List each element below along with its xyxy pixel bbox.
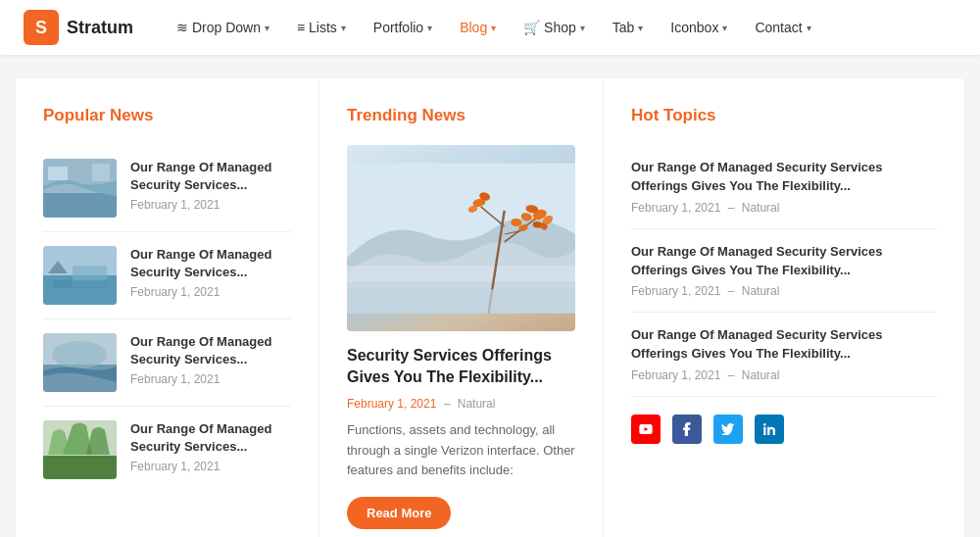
hot-topic-date-2: February 1, 2021 <box>631 284 720 298</box>
nav-item-iconbox[interactable]: Iconbox ▾ <box>659 12 739 43</box>
hot-topic-cat-2: Natural <box>742 284 780 298</box>
trending-news-column: Trending News <box>319 78 604 537</box>
popular-news-info-1: Our Range Of Managed Security Services..… <box>130 159 291 218</box>
popular-news-column: Popular News Our Range Of Ma <box>16 78 319 537</box>
hot-topic-sep-1: – <box>728 201 735 215</box>
hot-topic-item-2: Our Range Of Managed Security Services O… <box>631 229 937 314</box>
svg-rect-30 <box>347 289 575 313</box>
nav-item-portfolio[interactable]: Portfolio ▾ <box>362 12 444 43</box>
popular-news-info-4: Our Range Of Managed Security Services..… <box>130 420 291 479</box>
hot-topic-date-1: February 1, 2021 <box>631 201 720 215</box>
popular-news-title: Popular News <box>43 106 291 125</box>
popular-thumb-2 <box>43 246 117 305</box>
hot-topic-item-1: Our Range Of Managed Security Services O… <box>631 145 937 229</box>
nav-contact-chevron: ▾ <box>807 23 811 33</box>
trending-meta: February 1, 2021 – Natural <box>347 397 575 411</box>
nav-item-contact[interactable]: Contact ▾ <box>743 12 822 43</box>
popular-news-item-2: Our Range Of Managed Security Services..… <box>43 232 291 319</box>
nav-item-dropdown[interactable]: ≋ Drop Down ▾ <box>165 12 281 43</box>
popular-news-date-1: February 1, 2021 <box>130 198 291 212</box>
hot-topics-column: Hot Topics Our Range Of Managed Security… <box>604 78 964 537</box>
nav-dropdown-chevron: ▾ <box>265 23 270 33</box>
popular-news-title-2[interactable]: Our Range Of Managed Security Services..… <box>130 246 291 281</box>
page-content: Popular News Our Range Of Ma <box>0 55 980 537</box>
logo-icon: S <box>24 10 59 45</box>
hot-topic-meta-1: February 1, 2021 – Natural <box>631 201 937 215</box>
hot-topics-title: Hot Topics <box>631 106 937 125</box>
svg-point-10 <box>52 341 107 368</box>
popular-news-date-4: February 1, 2021 <box>130 460 291 473</box>
popular-news-title-3[interactable]: Our Range Of Managed Security Services..… <box>130 333 291 368</box>
columns-container: Popular News Our Range Of Ma <box>16 78 964 537</box>
trending-sep: – <box>444 397 451 411</box>
navbar: S Stratum ≋ Drop Down ▾ ≡ Lists ▾ Portfo… <box>0 0 980 55</box>
popular-news-date-2: February 1, 2021 <box>130 285 291 299</box>
read-more-button[interactable]: Read More <box>347 497 451 529</box>
trending-post-title[interactable]: Security Services Offerings Gives You Th… <box>347 345 575 389</box>
popular-news-info-2: Our Range Of Managed Security Services..… <box>130 246 291 305</box>
popular-news-list: Our Range Of Managed Security Services..… <box>43 145 291 493</box>
hot-topic-meta-3: February 1, 2021 – Natural <box>631 368 937 382</box>
svg-rect-7 <box>53 280 107 288</box>
nav-shop-label: 🛒 Shop <box>523 20 576 35</box>
logo-text: Stratum <box>67 18 133 38</box>
hot-topic-title-3[interactable]: Our Range Of Managed Security Services O… <box>631 326 937 364</box>
nav-menu: ≋ Drop Down ▾ ≡ Lists ▾ Portfolio ▾ Blog… <box>165 12 823 43</box>
logo[interactable]: S Stratum <box>24 10 133 45</box>
popular-thumb-1 <box>43 159 117 218</box>
svg-rect-3 <box>92 164 110 181</box>
popular-thumb-3 <box>43 333 117 392</box>
hot-topic-item-3: Our Range Of Managed Security Services O… <box>631 313 937 397</box>
nav-lists-label: ≡ Lists <box>297 20 337 35</box>
hot-topic-title-2[interactable]: Our Range Of Managed Security Services O… <box>631 243 937 280</box>
popular-news-item-3: Our Range Of Managed Security Services..… <box>43 319 291 407</box>
popular-news-item: Our Range Of Managed Security Services..… <box>43 145 291 232</box>
svg-rect-12 <box>43 456 117 479</box>
hot-topic-sep-3: – <box>728 368 735 382</box>
facebook-icon[interactable] <box>672 415 702 444</box>
hot-topic-cat-1: Natural <box>742 201 780 215</box>
hot-topic-date-3: February 1, 2021 <box>631 368 720 382</box>
nav-iconbox-label: Iconbox <box>670 20 718 35</box>
hot-topic-cat-3: Natural <box>742 368 780 382</box>
nav-iconbox-chevron: ▾ <box>722 23 727 33</box>
svg-rect-14 <box>347 266 575 281</box>
svg-rect-2 <box>48 167 68 180</box>
nav-item-blog[interactable]: Blog ▾ <box>448 12 508 43</box>
nav-shop-chevron: ▾ <box>580 23 585 33</box>
popular-news-title-4[interactable]: Our Range Of Managed Security Services..… <box>130 420 291 456</box>
social-icons-group <box>631 415 937 444</box>
nav-dropdown-label: ≋ Drop Down <box>176 20 261 35</box>
nav-item-lists[interactable]: ≡ Lists ▾ <box>285 12 358 43</box>
trending-category: Natural <box>458 397 496 411</box>
trending-excerpt: Functions, assets and technology, all th… <box>347 420 575 481</box>
popular-thumb-4 <box>43 420 117 479</box>
nav-lists-chevron: ▾ <box>341 23 346 33</box>
trending-featured-image <box>347 145 575 331</box>
nav-portfolio-chevron: ▾ <box>427 23 432 33</box>
nav-item-shop[interactable]: 🛒 Shop ▾ <box>512 12 597 43</box>
nav-tab-label: Tab <box>612 20 635 35</box>
nav-item-tab[interactable]: Tab ▾ <box>601 12 656 43</box>
hot-topic-title-1[interactable]: Our Range Of Managed Security Services O… <box>631 159 937 196</box>
nav-tab-chevron: ▾ <box>638 23 643 33</box>
nav-contact-label: Contact <box>755 20 802 35</box>
trending-date: February 1, 2021 <box>347 397 436 411</box>
svg-rect-1 <box>43 193 117 218</box>
popular-news-info-3: Our Range Of Managed Security Services..… <box>130 333 291 392</box>
hot-topic-sep-2: – <box>728 284 735 298</box>
nav-blog-chevron: ▾ <box>491 23 496 33</box>
popular-news-date-3: February 1, 2021 <box>130 372 291 386</box>
popular-news-item-4: Our Range Of Managed Security Services..… <box>43 407 291 493</box>
twitter-icon[interactable] <box>713 415 743 444</box>
popular-news-title-1[interactable]: Our Range Of Managed Security Services..… <box>130 159 291 194</box>
youtube-icon[interactable] <box>631 415 661 444</box>
nav-portfolio-label: Portfolio <box>373 20 423 35</box>
hot-topic-meta-2: February 1, 2021 – Natural <box>631 284 937 298</box>
nav-blog-label: Blog <box>460 20 487 35</box>
linkedin-icon[interactable] <box>755 415 784 444</box>
trending-news-title: Trending News <box>347 106 575 125</box>
